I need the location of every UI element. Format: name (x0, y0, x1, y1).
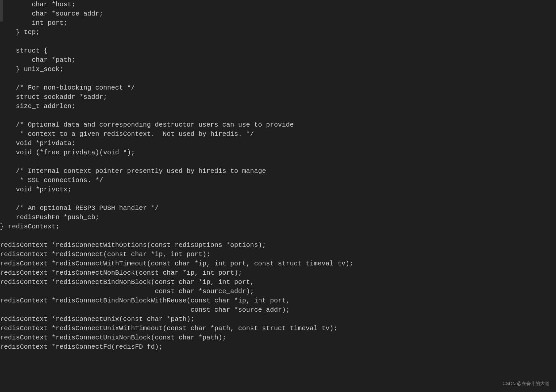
code-line (0, 194, 556, 204)
code-line (0, 74, 556, 83)
code-line (0, 231, 556, 241)
code-line: void *privctx; (0, 185, 556, 194)
code-line: redisContext *redisConnectBindNonBlockWi… (0, 296, 556, 305)
code-line: redisContext *redisConnectBindNonBlock(c… (0, 278, 556, 287)
scrollbar-thumb[interactable] (0, 0, 3, 21)
code-line: char *host; (0, 0, 556, 9)
code-line: redisContext *redisConnectWithTimeout(co… (0, 259, 556, 268)
code-line: int port; (0, 19, 556, 28)
code-line: const char *source_addr); (0, 305, 556, 315)
code-line: const char *source_addr); (0, 287, 556, 296)
code-line: void (*free_privdata)(void *); (0, 148, 556, 157)
code-line: redisContext *redisConnectFd(redisFD fd)… (0, 342, 556, 352)
code-line: } redisContext; (0, 222, 556, 231)
code-line: char *path; (0, 56, 556, 65)
code-line: } tcp; (0, 28, 556, 37)
code-line: * context to a given redisContext. Not u… (0, 130, 556, 139)
code-line: char *source_addr; (0, 9, 556, 19)
code-line: struct sockaddr *saddr; (0, 93, 556, 102)
code-line: redisPushFn *push_cb; (0, 213, 556, 222)
code-line: struct { (0, 46, 556, 56)
code-line (0, 157, 556, 167)
code-line: } unix_sock; (0, 65, 556, 74)
code-line (0, 111, 556, 120)
code-line: /* For non-blocking connect */ (0, 83, 556, 93)
code-line: size_t addrlen; (0, 102, 556, 111)
code-line: redisContext *redisConnect(const char *i… (0, 250, 556, 259)
code-line: /* Optional data and corresponding destr… (0, 120, 556, 130)
code-line: redisContext *redisConnectWithOptions(co… (0, 241, 556, 250)
code-line: void *privdata; (0, 139, 556, 148)
code-line: /* Internal context pointer presently us… (0, 167, 556, 176)
code-line (0, 37, 556, 46)
code-line: * SSL connections. */ (0, 176, 556, 185)
watermark-text: CSDN @在奋斗的大道 (502, 380, 549, 387)
code-line: redisContext *redisConnectUnixWithTimeou… (0, 324, 556, 333)
code-block: char *host; char *source_addr; int port;… (0, 0, 556, 352)
code-line: /* An optional RESP3 PUSH handler */ (0, 204, 556, 213)
code-line: redisContext *redisConnectUnixNonBlock(c… (0, 333, 556, 342)
code-line: redisContext *redisConnectNonBlock(const… (0, 268, 556, 278)
code-line: redisContext *redisConnectUnix(const cha… (0, 315, 556, 324)
